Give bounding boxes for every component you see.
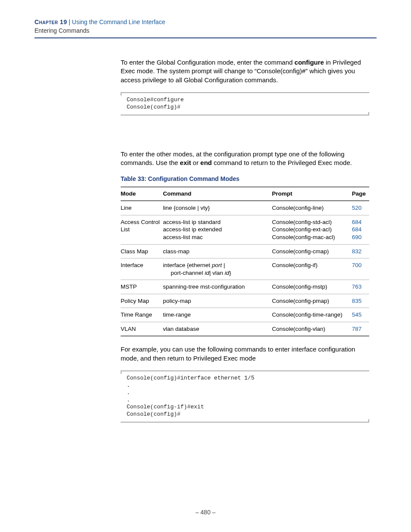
cell-command: interface {ethernet port |port-channel i…: [163, 258, 272, 280]
chapter-label: Chapter 19: [34, 19, 67, 25]
cell-command: spanning-tree mst-configuration: [163, 280, 272, 294]
cell-page[interactable]: 545: [352, 308, 369, 322]
page-content: To enter the Global Configuration mode, …: [121, 58, 369, 423]
cell-page[interactable]: 700: [352, 258, 369, 280]
cell-page[interactable]: 787: [352, 322, 369, 336]
cell-mode: MSTP: [121, 280, 163, 294]
cell-mode: Access Control List: [121, 215, 163, 244]
cell-prompt: Console(config-pmap): [272, 294, 352, 308]
table-row: Policy Mappolicy-mapConsole(config-pmap)…: [121, 294, 369, 308]
cell-command: time-range: [163, 308, 272, 322]
cell-command: line {console | vty}: [163, 201, 272, 215]
header-separator: |: [67, 19, 72, 25]
para1-bold: configure: [295, 59, 324, 66]
cell-prompt: Console(config-if): [272, 258, 352, 280]
table-caption: Table 33: Configuration Command Modes: [121, 175, 369, 183]
paragraph-3: For example, you can use the following c…: [121, 345, 369, 363]
paragraph-2: To enter the other modes, at the configu…: [121, 150, 369, 168]
cell-prompt: Console(config-mstp): [272, 280, 352, 294]
cell-mode: Interface: [121, 258, 163, 280]
table-header-row: Mode Command Prompt Page: [121, 187, 369, 201]
table-row: Lineline {console | vty}Console(config-l…: [121, 201, 369, 215]
cell-prompt: Console(config-std-acl)Console(config-ex…: [272, 215, 352, 244]
cell-page[interactable]: 763: [352, 280, 369, 294]
cell-page[interactable]: 835: [352, 294, 369, 308]
cell-prompt: Console(config-vlan): [272, 322, 352, 336]
header-title: Using the Command Line Interface: [72, 19, 165, 25]
cell-command: policy-map: [163, 294, 272, 308]
para2-b1: exit: [180, 159, 191, 166]
paragraph-1: To enter the Global Configuration mode, …: [121, 58, 369, 84]
page-number: – 480 –: [0, 509, 411, 516]
cell-mode: Time Range: [121, 308, 163, 322]
code-block-2: Console(config)#interface ethernet 1/5 .…: [121, 370, 369, 423]
header-line-1: Chapter 19 | Using the Command Line Inte…: [34, 18, 377, 27]
cell-mode: VLAN: [121, 322, 163, 336]
cell-prompt: Console(config-line): [272, 201, 352, 215]
cell-mode: Line: [121, 201, 163, 215]
cell-command: access-list ip standardaccess-list ip ex…: [163, 215, 272, 244]
cell-prompt: Console(config-time-range): [272, 308, 352, 322]
th-mode: Mode: [121, 187, 163, 201]
table-row: MSTPspanning-tree mst-configurationConso…: [121, 280, 369, 294]
para1-pre: To enter the Global Configuration mode, …: [121, 59, 295, 66]
code-block-1: Console#configure Console(config)#: [121, 92, 369, 115]
th-command: Command: [163, 187, 272, 201]
th-prompt: Prompt: [272, 187, 352, 201]
cell-mode: Class Map: [121, 244, 163, 258]
para2-b2: end: [200, 159, 212, 166]
cell-command: class-map: [163, 244, 272, 258]
cell-command: vlan database: [163, 322, 272, 336]
cell-page[interactable]: 832: [352, 244, 369, 258]
th-page: Page: [352, 187, 369, 201]
table-row: VLANvlan databaseConsole(config-vlan)787: [121, 322, 369, 336]
table-row: Time Rangetime-rangeConsole(config-time-…: [121, 308, 369, 322]
table-row: Access Control Listaccess-list ip standa…: [121, 215, 369, 244]
cell-mode: Policy Map: [121, 294, 163, 308]
table-row: Class Mapclass-mapConsole(config-cmap)83…: [121, 244, 369, 258]
config-modes-table: Mode Command Prompt Page Lineline {conso…: [121, 187, 369, 336]
cell-prompt: Console(config-cmap): [272, 244, 352, 258]
para2-post: command to return to the Privileged Exec…: [212, 159, 352, 166]
para2-mid: or: [191, 159, 200, 166]
cell-page[interactable]: 520: [352, 201, 369, 215]
page-header: Chapter 19 | Using the Command Line Inte…: [34, 18, 377, 38]
header-subtitle: Entering Commands: [34, 27, 377, 35]
cell-page[interactable]: 684684690: [352, 215, 369, 244]
table-row: Interfaceinterface {ethernet port |port-…: [121, 258, 369, 280]
